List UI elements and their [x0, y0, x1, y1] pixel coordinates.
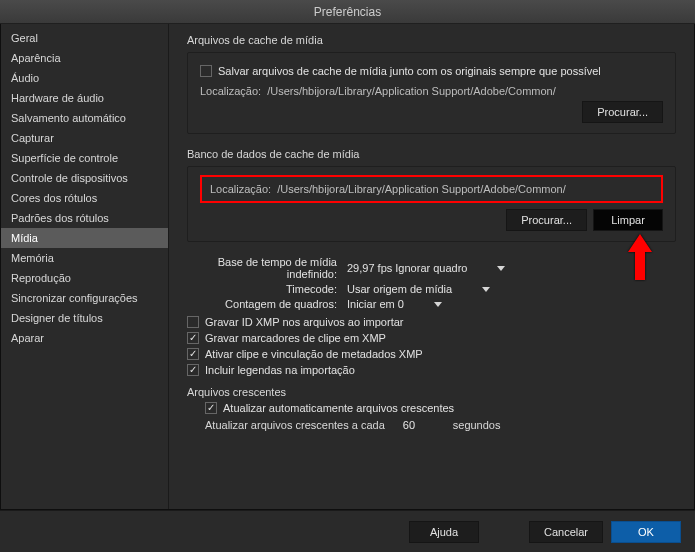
- browse-button[interactable]: Procurar...: [582, 101, 663, 123]
- chevron-down-icon: [434, 302, 442, 307]
- refresh-prefix: Atualizar arquivos crescentes a cada: [205, 419, 385, 431]
- cancel-button[interactable]: Cancelar: [529, 521, 603, 543]
- checkbox-icon[interactable]: [205, 402, 217, 414]
- sidebar-item-label: Padrões dos rótulos: [11, 212, 109, 224]
- location-path: /Users/hbijora/Library/Application Suppo…: [277, 183, 566, 195]
- enable-xmp-link-label: Ativar clipe e vinculação de metadados X…: [205, 348, 423, 360]
- checkbox-icon[interactable]: [187, 348, 199, 360]
- sidebar-item-label: Hardware de áudio: [11, 92, 104, 104]
- sidebar-item-label: Salvamento automático: [11, 112, 126, 124]
- timebase-dropdown[interactable]: 29,97 fps Ignorar quadro: [347, 262, 505, 274]
- location-path: /Users/hbijora/Library/Application Suppo…: [267, 85, 556, 97]
- sidebar-item-label: Controle de dispositivos: [11, 172, 128, 184]
- growing-title: Arquivos crescentes: [187, 386, 676, 398]
- write-markers-xmp-row[interactable]: Gravar marcadores de clipe em XMP: [187, 332, 676, 344]
- sidebar-item-label: Mídia: [11, 232, 38, 244]
- sidebar-item-capture[interactable]: Capturar: [1, 128, 168, 148]
- checkbox-icon[interactable]: [187, 332, 199, 344]
- sidebar-item-label: Designer de títulos: [11, 312, 103, 324]
- sidebar-item-label: Memória: [11, 252, 54, 264]
- auto-refresh-label: Atualizar automaticamente arquivos cresc…: [223, 402, 454, 414]
- sidebar-item-midia[interactable]: Mídia: [1, 228, 168, 248]
- location-label: Localização:: [210, 183, 271, 195]
- media-cache-group: Salvar arquivos de cache de mídia junto …: [187, 52, 676, 134]
- section-growing-files: Arquivos crescentes Atualizar automatica…: [187, 386, 676, 432]
- window-title: Preferências: [0, 0, 695, 24]
- dropdown-value: Usar origem de mídia: [347, 283, 452, 295]
- enable-xmp-link-row[interactable]: Ativar clipe e vinculação de metadados X…: [187, 348, 676, 360]
- sidebar-item-label: Reprodução: [11, 272, 71, 284]
- write-xmp-id-label: Gravar ID XMP nos arquivos ao importar: [205, 316, 403, 328]
- sidebar-item-label: Cores dos rótulos: [11, 192, 97, 204]
- include-captions-row[interactable]: Incluir legendas na importação: [187, 364, 676, 376]
- location-label: Localização:: [200, 85, 261, 97]
- sidebar-item-trim[interactable]: Aparar: [1, 328, 168, 348]
- sidebar-item-aparencia[interactable]: Aparência: [1, 48, 168, 68]
- section-media-cache: Arquivos de cache de mídia Salvar arquiv…: [187, 34, 676, 134]
- checkbox-icon[interactable]: [187, 316, 199, 328]
- media-cache-location: Localização: /Users/hbijora/Library/Appl…: [200, 85, 663, 97]
- preferences-sidebar: Geral Aparência Áudio Hardware de áudio …: [1, 24, 169, 509]
- media-db-location-box: Localização: /Users/hbijora/Library/Appl…: [200, 175, 663, 203]
- dialog-footer: Ajuda Cancelar OK: [0, 510, 695, 552]
- dropdown-value: 29,97 fps Ignorar quadro: [347, 262, 467, 274]
- include-captions-label: Incluir legendas na importação: [205, 364, 355, 376]
- sidebar-item-sync-settings[interactable]: Sincronizar configurações: [1, 288, 168, 308]
- checkbox-icon[interactable]: [187, 364, 199, 376]
- sidebar-item-hardware-audio[interactable]: Hardware de áudio: [1, 88, 168, 108]
- sidebar-item-geral[interactable]: Geral: [1, 28, 168, 48]
- save-with-originals-row[interactable]: Salvar arquivos de cache de mídia junto …: [200, 65, 663, 77]
- media-cache-title: Arquivos de cache de mídia: [187, 34, 676, 46]
- sidebar-item-label: Superfície de controle: [11, 152, 118, 164]
- auto-refresh-row[interactable]: Atualizar automaticamente arquivos cresc…: [205, 402, 676, 414]
- timecode-label: Timecode:: [187, 283, 347, 295]
- sidebar-item-label: Capturar: [11, 132, 54, 144]
- sidebar-item-reproducao[interactable]: Reprodução: [1, 268, 168, 288]
- write-xmp-id-row[interactable]: Gravar ID XMP nos arquivos ao importar: [187, 316, 676, 328]
- sidebar-item-autosave[interactable]: Salvamento automático: [1, 108, 168, 128]
- refresh-interval-row: Atualizar arquivos crescentes a cada 60 …: [205, 418, 676, 432]
- media-db-group: Localização: /Users/hbijora/Library/Appl…: [187, 166, 676, 242]
- row-frame-count: Contagem de quadros: Iniciar em 0: [187, 298, 676, 310]
- sidebar-item-label: Aparar: [11, 332, 44, 344]
- timebase-label: Base de tempo de mídia indefinido:: [187, 256, 347, 280]
- sidebar-item-label: Geral: [11, 32, 38, 44]
- sidebar-item-titler[interactable]: Designer de títulos: [1, 308, 168, 328]
- sidebar-item-control-surface[interactable]: Superfície de controle: [1, 148, 168, 168]
- media-db-title: Banco de dados de cache de mídia: [187, 148, 676, 160]
- frame-count-label: Contagem de quadros:: [187, 298, 347, 310]
- sidebar-item-device-control[interactable]: Controle de dispositivos: [1, 168, 168, 188]
- sidebar-item-audio[interactable]: Áudio: [1, 68, 168, 88]
- browse-button[interactable]: Procurar...: [506, 209, 587, 231]
- dropdown-value: Iniciar em 0: [347, 298, 404, 310]
- sidebar-item-label: Áudio: [11, 72, 39, 84]
- sidebar-item-label: Sincronizar configurações: [11, 292, 138, 304]
- ok-button[interactable]: OK: [611, 521, 681, 543]
- media-db-location: Localização: /Users/hbijora/Library/Appl…: [210, 183, 653, 195]
- checkbox-icon[interactable]: [200, 65, 212, 77]
- save-with-originals-label: Salvar arquivos de cache de mídia junto …: [218, 65, 601, 77]
- row-timecode: Timecode: Usar origem de mídia: [187, 283, 676, 295]
- write-markers-xmp-label: Gravar marcadores de clipe em XMP: [205, 332, 386, 344]
- dialog-body: Geral Aparência Áudio Hardware de áudio …: [0, 24, 695, 510]
- help-button[interactable]: Ajuda: [409, 521, 479, 543]
- chevron-down-icon: [482, 287, 490, 292]
- sidebar-item-memoria[interactable]: Memória: [1, 248, 168, 268]
- refresh-value-input[interactable]: 60: [399, 418, 433, 432]
- clear-button[interactable]: Limpar: [593, 209, 663, 231]
- sidebar-item-label-defaults[interactable]: Padrões dos rótulos: [1, 208, 168, 228]
- chevron-down-icon: [497, 266, 505, 271]
- frame-count-dropdown[interactable]: Iniciar em 0: [347, 298, 442, 310]
- row-timebase: Base de tempo de mídia indefinido: 29,97…: [187, 256, 676, 280]
- preferences-main-panel: Arquivos de cache de mídia Salvar arquiv…: [169, 24, 694, 509]
- sidebar-item-label: Aparência: [11, 52, 61, 64]
- timecode-dropdown[interactable]: Usar origem de mídia: [347, 283, 490, 295]
- sidebar-item-label-colors[interactable]: Cores dos rótulos: [1, 188, 168, 208]
- section-media-db: Banco de dados de cache de mídia Localiz…: [187, 148, 676, 242]
- refresh-suffix: segundos: [453, 419, 501, 431]
